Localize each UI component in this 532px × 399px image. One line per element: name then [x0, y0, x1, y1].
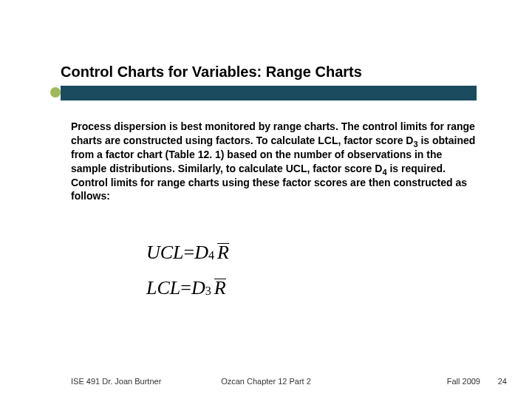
ucl-lhs: UCL [146, 242, 184, 264]
d-symbol: D [191, 277, 205, 299]
title-bullet-icon [50, 87, 61, 98]
slide: Control Charts for Variables: Range Char… [0, 0, 532, 399]
equation-ucl: UCL = D4R [146, 235, 229, 270]
r-bar-symbol: R [217, 242, 229, 264]
equations-block: UCL = D4R LCL = D3R [146, 235, 229, 306]
title-underline-bar [61, 86, 477, 100]
lcl-lhs: LCL [146, 277, 180, 299]
equals-sign: = [180, 277, 191, 299]
equals-sign: = [184, 242, 195, 264]
slide-title: Control Charts for Variables: Range Char… [61, 64, 362, 81]
slide-number: 24 [498, 377, 507, 386]
footer-right: Fall 2009 [447, 377, 480, 386]
equation-lcl: LCL = D3R [146, 270, 229, 306]
body-text: Process dispersion is best monitored by … [71, 120, 477, 203]
d-symbol: D [194, 242, 208, 264]
r-bar-symbol: R [214, 277, 226, 299]
